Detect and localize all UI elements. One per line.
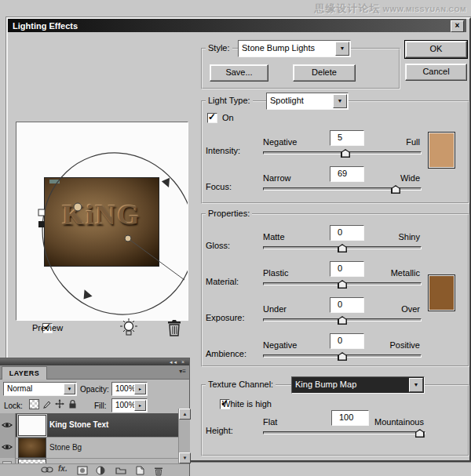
visibility-cell[interactable]: [0, 413, 16, 437]
exposure-right-label: Over: [401, 304, 420, 314]
layers-scrollbar[interactable]: ▲ ▼: [178, 409, 190, 463]
ellipse-edge-handle[interactable]: [38, 221, 45, 227]
light-center-handle[interactable]: [125, 235, 131, 242]
material-color-swatch[interactable]: [428, 274, 455, 311]
lock-all-icon[interactable]: [68, 399, 77, 409]
focus-right-label: Wide: [400, 173, 420, 183]
light-ellipse[interactable]: [20, 131, 188, 318]
layer-style-fx-icon[interactable]: fx.: [58, 464, 68, 473]
blend-mode-value: Normal: [7, 384, 32, 393]
layer-group-icon[interactable]: [115, 466, 126, 474]
ok-button[interactable]: OK: [405, 41, 467, 58]
tab-layers[interactable]: LAYERS: [2, 366, 47, 380]
save-button[interactable]: Save...: [210, 64, 268, 82]
focus-left-label: Narrow: [263, 173, 290, 183]
adjustment-layer-icon[interactable]: [96, 466, 105, 475]
light-type-dropdown-value: Spotlight: [270, 96, 304, 105]
layer-row-stone-bg[interactable]: Stone Bg: [0, 437, 178, 459]
texture-channel-dropdown-value: King Bump Map: [295, 380, 356, 389]
texture-channel-dropdown-arrow-icon[interactable]: ▼: [409, 378, 423, 392]
height-input[interactable]: 100: [331, 410, 369, 426]
layers-toolbar: fx.: [0, 463, 189, 476]
on-checkbox-label: On: [222, 113, 234, 122]
texture-channel-label: Texture Channel:: [206, 380, 276, 389]
layer-row-king-stone-text[interactable]: King Stone Text: [0, 413, 178, 438]
watermark-cn: 思缘设计论坛: [314, 2, 380, 14]
panel-menu-icon[interactable]: ▾≡: [179, 368, 186, 375]
light-hotspot-handle[interactable]: [74, 203, 82, 211]
layer-name[interactable]: Stone Bg: [49, 443, 82, 452]
ambience-input[interactable]: 0: [330, 333, 364, 349]
focus-slider-track[interactable]: [263, 187, 422, 191]
light-preview-canvas[interactable]: KiNG: [16, 122, 188, 321]
gloss-input[interactable]: 0: [330, 225, 364, 241]
exposure-left-label: Under: [263, 304, 287, 314]
opacity-value: 100%: [115, 384, 136, 393]
dialog-titlebar[interactable]: Lighting Effects ×: [8, 19, 466, 32]
material-left-label: Plastic: [263, 268, 288, 278]
ellipse-edge-handle[interactable]: [38, 209, 45, 216]
material-label: Material:: [206, 277, 239, 286]
light-type-dropdown-arrow-icon[interactable]: ▼: [333, 94, 347, 108]
close-icon[interactable]: ×: [451, 20, 464, 32]
material-right-label: Metallic: [391, 268, 420, 278]
height-slider-track[interactable]: [263, 431, 425, 434]
lock-position-icon[interactable]: [55, 399, 64, 409]
gloss-slider-track[interactable]: [263, 246, 422, 249]
eye-icon[interactable]: [2, 443, 13, 451]
panel-tab-row: LAYERS ▾≡: [0, 365, 189, 380]
intensity-input[interactable]: 5: [330, 130, 364, 146]
scroll-up-icon[interactable]: ▲: [179, 409, 191, 420]
height-label: Height:: [206, 426, 233, 435]
ambience-slider-track[interactable]: [263, 354, 422, 358]
ambience-label: Ambience:: [206, 349, 246, 358]
fill-field[interactable]: 100% ▸: [111, 398, 148, 412]
new-layer-icon[interactable]: [135, 466, 144, 475]
focus-input[interactable]: 69: [330, 166, 364, 182]
light-color-swatch[interactable]: [428, 132, 455, 169]
intensity-slider-track[interactable]: [263, 151, 422, 154]
light-type-label: Light Type:: [206, 96, 253, 105]
ellipse-arrow-icon[interactable]: [162, 176, 174, 187]
scroll-down-icon[interactable]: ▼: [179, 452, 191, 463]
eye-icon[interactable]: [2, 421, 13, 429]
exposure-input[interactable]: 0: [330, 297, 364, 313]
lock-brush-icon[interactable]: [42, 399, 52, 409]
exposure-slider-track[interactable]: [263, 318, 422, 322]
light-type-dropdown[interactable]: Spotlight ▼: [266, 93, 349, 110]
layer-name[interactable]: King Stone Text: [49, 420, 108, 429]
opacity-field[interactable]: 100% ▸: [111, 382, 148, 396]
layer-thumbnail[interactable]: [18, 438, 46, 458]
style-dropdown-value: Stone Bump Lights: [242, 43, 315, 53]
intensity-left-label: Negative: [263, 137, 297, 147]
trash-icon[interactable]: [166, 318, 182, 337]
watermark: 思缘设计论坛 WWW.MISSYUAN.COM: [231, 2, 466, 16]
close-panel-icon[interactable]: ×: [181, 359, 186, 365]
check-icon: ✓: [208, 111, 216, 122]
opacity-spinner-icon[interactable]: ▸: [134, 383, 146, 394]
material-input[interactable]: 0: [330, 261, 364, 277]
layer-mask-icon[interactable]: [77, 466, 88, 475]
visibility-cell[interactable]: [0, 437, 16, 458]
delete-button[interactable]: Delete: [293, 64, 356, 82]
fill-value: 100%: [115, 401, 136, 409]
blend-mode-dropdown[interactable]: Normal ▼: [3, 382, 77, 396]
light-bulb-icon[interactable]: [119, 318, 138, 338]
collapse-panel-icon[interactable]: ◂◂: [170, 359, 178, 365]
style-label: Style:: [206, 43, 232, 53]
fill-spinner-icon[interactable]: ▸: [134, 400, 146, 411]
layer-thumbnail[interactable]: [18, 415, 46, 436]
style-dropdown[interactable]: Stone Bump Lights ▼: [238, 40, 351, 57]
ellipse-arrow-icon[interactable]: [79, 289, 92, 302]
link-layers-icon[interactable]: [41, 466, 53, 474]
opacity-label: Opacity:: [80, 385, 109, 394]
panel-grip-bar[interactable]: ◂◂ ×: [0, 358, 189, 365]
material-slider-track[interactable]: [263, 282, 422, 285]
cancel-button[interactable]: Cancel: [405, 64, 467, 81]
blend-mode-arrow-icon[interactable]: ▼: [64, 383, 75, 394]
on-checkbox[interactable]: ✓: [207, 113, 217, 123]
texture-channel-dropdown[interactable]: King Bump Map ▼: [291, 376, 425, 394]
style-dropdown-arrow-icon[interactable]: ▼: [335, 42, 349, 56]
lock-transparency-icon[interactable]: [29, 399, 39, 409]
delete-layer-icon[interactable]: [154, 466, 163, 476]
